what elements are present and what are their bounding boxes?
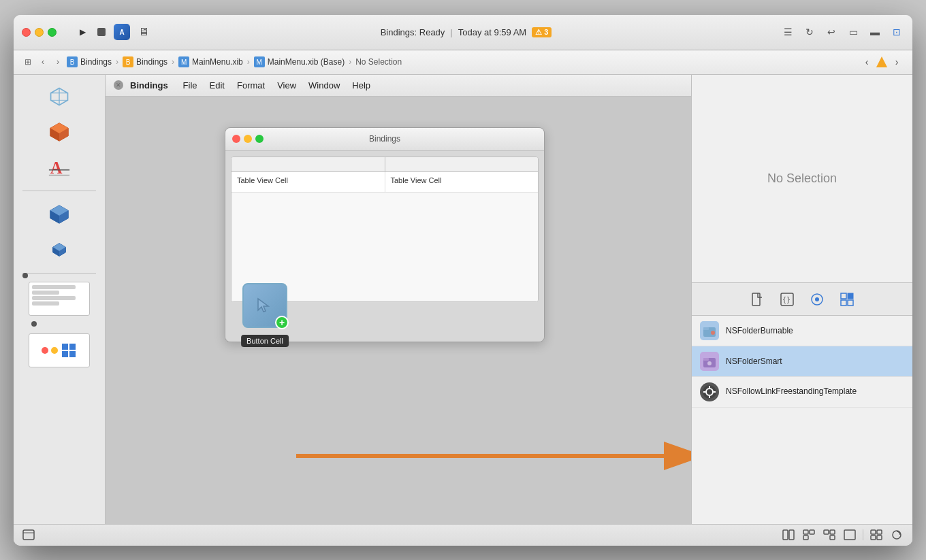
list-view-icon[interactable]: ☰ (780, 24, 795, 39)
svg-rect-32 (841, 293, 846, 299)
right-panel: No Selection {} (691, 75, 912, 524)
thumb-line-4 (32, 301, 59, 306)
warning-badge[interactable]: ⚠ 3 (532, 27, 552, 37)
list-item-nsfollowlink[interactable]: NSFollowLinkFreestandingTemplate (692, 377, 912, 408)
nsfolderburnable-icon (700, 321, 719, 340)
sidebar-item-cube-small[interactable] (44, 235, 74, 265)
button-cell-plus-icon: + (275, 316, 289, 329)
panel-split-icon[interactable]: ⊡ (889, 24, 904, 39)
breadcrumb-bar: ⊞ ‹ › B Bindings › B Bindings › M MainMe… (14, 50, 912, 75)
title-bar: ▶ A 🖥 Bindings: Ready | Today at 9:59 AM… (14, 15, 912, 50)
sim-table-header (232, 157, 538, 172)
mainmenu-base-icon: M (254, 56, 265, 67)
breadcrumb-item-2[interactable]: B Bindings (123, 56, 167, 67)
list-item-nsfolderburnable[interactable]: NSFolderBurnable (692, 316, 912, 346)
bc-nav-forward[interactable]: › (889, 54, 904, 69)
breadcrumb-item-1[interactable]: B Bindings (67, 56, 112, 67)
menu-window[interactable]: Window (303, 79, 345, 92)
svg-rect-62 (877, 536, 882, 540)
minimize-button[interactable] (35, 28, 44, 37)
sim-minimize-btn[interactable] (244, 135, 252, 143)
svg-rect-51 (789, 530, 794, 540)
menu-help[interactable]: Help (347, 79, 376, 92)
bc-nav-back[interactable]: ‹ (859, 54, 874, 69)
bindings-folder-icon: B (67, 56, 78, 67)
app-menubar: ✕ Bindings File Edit Format View Window … (106, 75, 691, 97)
sidebar-divider-2 (22, 273, 95, 274)
refresh-icon[interactable]: ↻ (802, 24, 817, 39)
sidebar-divider-1 (22, 191, 95, 191)
window-title: Bindings: Ready (381, 27, 445, 37)
rp-code-icon[interactable]: {} (779, 291, 795, 308)
sim-zoom-btn[interactable] (255, 135, 264, 143)
rp-file-icon[interactable] (749, 291, 765, 308)
status-btn-4[interactable] (842, 527, 857, 542)
svg-point-31 (815, 297, 819, 301)
sidebar-item-thumbnail-colored[interactable] (29, 333, 90, 367)
right-panel-list: NSFolderBurnable NSFolderSmart (692, 316, 912, 524)
status-panel-icon[interactable] (22, 528, 35, 542)
breadcrumb-item-3[interactable]: M MainMenu.xib (178, 56, 243, 67)
panel-center-icon[interactable]: ▬ (867, 24, 882, 39)
close-button[interactable] (22, 28, 31, 37)
svg-rect-21 (62, 351, 68, 357)
panel-right-icon[interactable]: ▭ (846, 24, 861, 39)
app-name: Bindings (130, 80, 168, 90)
menu-view[interactable]: View (272, 79, 302, 92)
breadcrumb-label-5: No Selection (355, 57, 402, 67)
menu-edit[interactable]: Edit (204, 79, 230, 92)
sidebar-item-cube-solid[interactable] (44, 199, 74, 229)
app-close-btn[interactable]: ✕ (114, 80, 123, 90)
sim-cell-1-2: Table View Cell (385, 172, 539, 192)
button-cell-container: + Button Cell (242, 283, 287, 328)
sidebar-item-cube-orange[interactable] (44, 117, 74, 147)
sidebar-item-cube-outline[interactable] (44, 82, 74, 112)
cursor-icon (255, 295, 275, 316)
traffic-lights (22, 28, 57, 37)
breadcrumb-grid-icon[interactable]: ⊞ (22, 56, 34, 68)
windows-grid-icon (61, 342, 77, 359)
list-item-nsfoldersmart[interactable]: NSFolderSmart (692, 346, 912, 377)
sim-cell-1-1: Table View Cell (232, 172, 385, 192)
nsfollowlink-icon (700, 382, 719, 401)
workspace-background: Bindings Table View Cell Table View Cell (106, 97, 691, 524)
left-sidebar: A (14, 75, 106, 524)
breadcrumb-label-4: MainMenu.xib (Base) (268, 57, 345, 67)
main-window: ▶ A 🖥 Bindings: Ready | Today at 9:59 AM… (14, 15, 912, 546)
rp-grid-icon[interactable] (839, 291, 855, 308)
svg-text:A: A (50, 159, 63, 177)
svg-rect-61 (871, 536, 876, 540)
svg-rect-52 (803, 530, 808, 534)
sidebar-item-thumbnail-lines[interactable] (29, 282, 90, 316)
stop-button[interactable] (95, 25, 108, 39)
menu-file[interactable]: File (178, 79, 203, 92)
svg-text:{}: {} (782, 296, 791, 303)
breadcrumb-label-1: Bindings (80, 57, 112, 67)
menu-format[interactable]: Format (232, 79, 270, 92)
back-icon[interactable]: ↩ (824, 24, 839, 39)
breadcrumb-forward-btn[interactable]: › (52, 56, 64, 68)
play-button[interactable]: ▶ (76, 25, 89, 39)
nsfoldersmart-icon (700, 352, 719, 371)
status-grid-btn[interactable] (869, 527, 884, 542)
sim-close-btn[interactable] (232, 135, 240, 143)
svg-rect-34 (841, 300, 846, 306)
svg-rect-56 (830, 536, 835, 540)
button-cell-icon[interactable]: + (242, 283, 287, 328)
svg-rect-60 (877, 530, 882, 534)
breadcrumb-item-4[interactable]: M MainMenu.xib (Base) (254, 56, 345, 67)
status-btn-1[interactable] (781, 527, 796, 542)
svg-point-41 (707, 361, 712, 365)
sidebar-item-text-tool[interactable]: A (44, 152, 74, 182)
svg-rect-27 (752, 293, 760, 306)
status-btn-2[interactable] (801, 527, 816, 542)
rp-circle-icon[interactable] (809, 291, 825, 308)
maximize-button[interactable] (48, 28, 57, 37)
sim-titlebar: Bindings (225, 128, 544, 151)
status-refresh-btn[interactable] (889, 527, 904, 542)
status-btn-3[interactable] (822, 527, 837, 542)
svg-rect-33 (848, 293, 853, 299)
warning-triangle-icon[interactable] (876, 56, 888, 68)
svg-marker-23 (258, 299, 268, 312)
breadcrumb-back-btn[interactable]: ‹ (37, 56, 49, 68)
